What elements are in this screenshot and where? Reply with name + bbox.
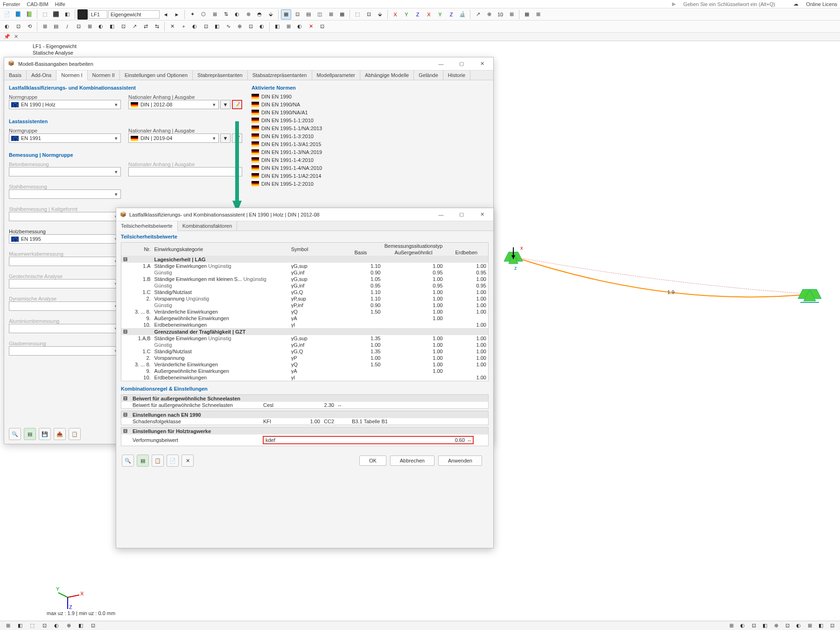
export-button[interactable]: 📤	[54, 428, 66, 440]
edit-params-button[interactable]: 📝	[232, 133, 242, 143]
table-row[interactable]: GünstigγG,inf0.950.950.95	[121, 282, 488, 289]
tool-icon[interactable]: ▦	[337, 9, 347, 20]
status-icon[interactable]: ◐	[793, 621, 804, 630]
table-row[interactable]: 2.Vorspannung γP1.001.001.00	[121, 355, 488, 361]
status-icon[interactable]: ◧	[76, 621, 86, 630]
tab-normen1[interactable]: Normen I	[56, 70, 87, 80]
table-row[interactable]: 10.Erdbebeneinwirkungen γI1.00	[121, 322, 488, 328]
tool-icon[interactable]: ⊡	[13, 21, 23, 32]
tool-icon[interactable]: ◧	[272, 21, 282, 32]
menu-hilfe[interactable]: Hilfe	[55, 1, 65, 7]
tab-stabsatz[interactable]: Stabsatzrepräsentanten	[248, 70, 312, 80]
norm-item[interactable]: DIN EN 1995-1-1:2010	[252, 116, 489, 124]
arrow-right-icon[interactable]: ►	[172, 9, 182, 20]
close-button[interactable]: ✕	[475, 59, 490, 69]
tool-icon[interactable]: ⊡	[317, 21, 327, 32]
tool-icon[interactable]: 📄	[2, 9, 12, 20]
status-icon[interactable]: ⬚	[27, 621, 37, 630]
tab-depmodels[interactable]: Abhängige Modelle	[360, 70, 414, 80]
status-icon[interactable]: ⊞	[805, 621, 815, 630]
combo-norm1[interactable]: EN 1990 | Holz▾	[9, 100, 121, 109]
table-row[interactable]: 1.CStändig/Nutzlast γG,Q1.351.001.00	[121, 348, 488, 355]
lf-field[interactable]: LF1	[89, 10, 107, 19]
tool-icon[interactable]: ◐	[232, 9, 242, 20]
norm-item[interactable]: DIN EN 1991-1-3:2010	[252, 132, 489, 140]
arrow-left-icon[interactable]: ◄	[161, 9, 171, 20]
tab-teilsicher[interactable]: Teilsicherheitsbeiwerte	[116, 221, 178, 231]
norm-item[interactable]: DIN EN 1990/NA/A1	[252, 108, 489, 116]
tool-icon[interactable]: ⟲	[24, 21, 35, 32]
tool-icon[interactable]: ✕	[306, 21, 316, 32]
tool-icon[interactable]: ◧	[107, 21, 117, 32]
norm-item[interactable]: DIN EN 1995-1-2:2010	[252, 180, 489, 188]
status-icon[interactable]: ⊕	[771, 621, 781, 630]
norm-item[interactable]: DIN EN 1991-1-3/A1:2015	[252, 140, 489, 148]
status-icon[interactable]: ⊡	[88, 621, 98, 630]
lf-combo[interactable]: Eigengewicht	[108, 10, 160, 19]
status-icon[interactable]: ⊕	[63, 621, 74, 630]
status-icon[interactable]: ⊡	[749, 621, 759, 630]
tool-icon[interactable]: ⇅	[221, 9, 231, 20]
table-row[interactable]: 3. ... 8.Veränderliche Einwirkungen γQ1.…	[121, 361, 488, 368]
tool-icon[interactable]: ↗	[129, 21, 140, 32]
tab-modelparam[interactable]: Modellparameter	[312, 70, 361, 80]
tool-icon[interactable]: ⊡	[292, 9, 302, 20]
status-icon[interactable]: ⊡	[827, 621, 837, 630]
combo-anhang1[interactable]: DIN | 2012-08▾	[128, 100, 219, 109]
tab-history[interactable]: Historie	[443, 70, 470, 80]
tab-basis[interactable]: Basis	[4, 70, 27, 80]
table-row[interactable]: 10.Erdbebeneinwirkungen γI1.00	[121, 374, 488, 381]
tool-icon[interactable]: ◐	[294, 21, 305, 32]
norm-item[interactable]: DIN EN 1991-1-4/NA:2010	[252, 164, 489, 172]
norm-item[interactable]: DIN EN 1990	[252, 92, 489, 100]
tool-icon[interactable]: 10	[495, 9, 505, 20]
tool-icon[interactable]: ⇄	[140, 21, 151, 32]
table-row[interactable]: 3. ... 8.Veränderliche Einwirkungen γQ1.…	[121, 308, 488, 315]
table-row[interactable]: 1.BStändige Einwirkungen mit kleinen S..…	[121, 276, 488, 282]
norm-item[interactable]: DIN EN 1995-1-1/A2:2014	[252, 172, 489, 180]
status-icon[interactable]: ◧	[15, 621, 25, 630]
status-icon[interactable]: ⊞	[3, 621, 13, 630]
combo-holz[interactable]: EN 1995▾	[9, 234, 121, 244]
paste-button[interactable]: 📄	[167, 455, 179, 467]
tool-icon[interactable]: ⬛	[51, 9, 61, 20]
table-row[interactable]: 1.AStändige Einwirkungen UngünstigγG,sup…	[121, 263, 488, 269]
menu-fenster[interactable]: Fenster	[3, 1, 20, 7]
tool-icon[interactable]: ⬚	[40, 9, 50, 20]
status-icon[interactable]: ◐	[737, 621, 748, 630]
table-row[interactable]: 1.A,BStändige Einwirkungen UngünstigγG,s…	[121, 335, 488, 342]
combo-anhang2[interactable]: DIN | 2019-04▾	[128, 133, 219, 143]
status-icon[interactable]: ◧	[760, 621, 770, 630]
axis-x-icon[interactable]: X	[390, 9, 400, 20]
save-button[interactable]: 💾	[39, 428, 51, 440]
edit-params-button[interactable]: 📝	[232, 100, 242, 109]
tool-icon[interactable]: LC	[77, 9, 88, 20]
norm-item[interactable]: DIN EN 1990/NA	[252, 100, 489, 108]
axis-z-icon[interactable]: Z	[446, 9, 456, 20]
tool-icon[interactable]: ↗	[473, 9, 483, 20]
norm-item[interactable]: DIN EN 1995-1-1/NA:2013	[252, 124, 489, 132]
tool-icon[interactable]: ✦	[187, 9, 197, 20]
tool-icon[interactable]: ⊕	[484, 9, 494, 20]
tool-icon[interactable]: ⊞	[283, 21, 294, 32]
tool-icon[interactable]: ▤	[303, 9, 314, 20]
status-icon[interactable]: ⊡	[782, 621, 792, 630]
tool-icon[interactable]: 📗	[24, 9, 35, 20]
tool-icon[interactable]: ◫	[315, 9, 325, 20]
delete-button[interactable]: ✕	[182, 455, 194, 467]
apply-button[interactable]: Anwenden	[438, 455, 482, 466]
cancel-button[interactable]: Abbrechen	[390, 455, 434, 466]
tool-icon[interactable]: ⊞	[84, 21, 95, 32]
tool-icon[interactable]: ◐	[257, 21, 267, 32]
tool-icon[interactable]: ◐	[96, 21, 106, 32]
tab-kombifakt[interactable]: Kombinationsfaktoren	[178, 221, 237, 231]
tool-icon[interactable]: ◓	[254, 9, 265, 20]
pin-icon[interactable]: 📌	[4, 34, 10, 40]
status-icon[interactable]: ⊞	[726, 621, 736, 630]
minimize-button[interactable]: —	[434, 210, 448, 219]
tab-addons[interactable]: Add-Ons	[27, 70, 56, 80]
minimize-button[interactable]: —	[434, 59, 448, 69]
tool-icon[interactable]: ◧	[62, 9, 72, 20]
tool-icon[interactable]: ⇆	[152, 21, 162, 32]
tool-icon[interactable]: ⊡	[118, 21, 128, 32]
